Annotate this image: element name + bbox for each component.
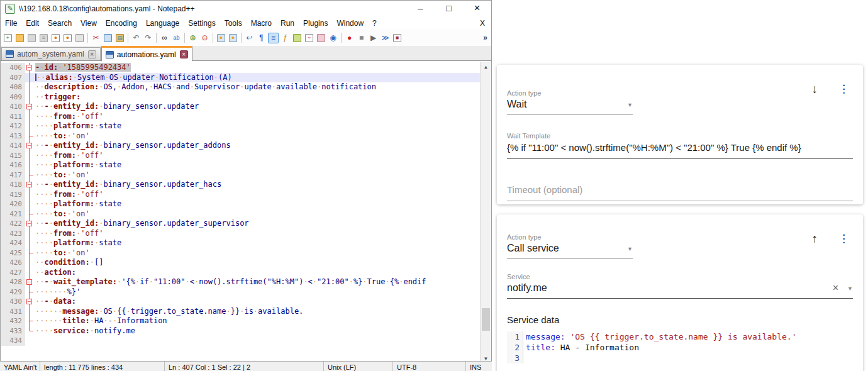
- open-file-icon[interactable]: [14, 33, 25, 43]
- menu-item-search[interactable]: Search: [43, 18, 76, 29]
- action-type-dropdown[interactable]: Call service ▼: [507, 243, 633, 259]
- clear-icon[interactable]: ×: [833, 282, 838, 294]
- code-line[interactable]: 428–··-·wait_template:·'{%·if·"11:00"·<·…: [1, 277, 480, 287]
- fold-collapse-icon[interactable]: –: [26, 279, 32, 285]
- paste-icon[interactable]: ▤: [114, 33, 125, 43]
- code-line[interactable]: 417····to:·'on': [1, 170, 480, 180]
- fold-margin[interactable]: –: [25, 219, 34, 229]
- move-up-icon[interactable]: ↑: [812, 232, 818, 246]
- move-down-icon[interactable]: ↓: [812, 82, 818, 96]
- menu-item-view[interactable]: View: [76, 18, 101, 29]
- document-map-icon[interactable]: [292, 33, 303, 43]
- maximize-button[interactable]: □: [435, 1, 463, 17]
- service-combobox[interactable]: notify.me × ▼: [507, 282, 853, 299]
- overflow-menu-icon[interactable]: ⋮: [838, 232, 849, 245]
- macro-stop-icon[interactable]: ■: [356, 33, 367, 43]
- code-line[interactable]: 429·······%}': [1, 287, 480, 297]
- copy-icon[interactable]: [103, 33, 113, 43]
- code-line[interactable]: 411····from:·'off': [1, 112, 480, 122]
- replace-icon[interactable]: ab: [171, 33, 182, 43]
- fold-collapse-icon[interactable]: –: [26, 104, 32, 109]
- fold-margin[interactable]: –: [25, 141, 34, 151]
- macro-run-multiple-icon[interactable]: ≫: [380, 33, 391, 43]
- fold-collapse-icon[interactable]: –: [26, 182, 32, 187]
- macro-record-icon[interactable]: ●: [344, 33, 355, 43]
- code-line[interactable]: 418–··-·entity_id:·binary_sensor.updater…: [1, 180, 480, 190]
- service-data-line[interactable]: 3: [507, 353, 853, 363]
- code-line[interactable]: 422–··-·entity_id:·binary_sensor.updater…: [1, 219, 480, 229]
- show-all-characters-icon[interactable]: ¶: [256, 33, 267, 43]
- code-line[interactable]: 421····to:·'on': [1, 209, 480, 219]
- tab-automations-yaml[interactable]: automations.yaml×: [101, 46, 192, 61]
- document-switcher-icon[interactable]: ~: [304, 33, 314, 43]
- code-line[interactable]: 414–··-·entity_id:·binary_sensor.updater…: [1, 141, 480, 151]
- vertical-scroll-thumb[interactable]: [482, 308, 490, 331]
- fold-margin[interactable]: –: [25, 277, 34, 287]
- code-line[interactable]: 427··action:: [1, 268, 480, 278]
- save-file-icon[interactable]: [26, 33, 37, 43]
- menu-item-[interactable]: ?: [368, 18, 381, 29]
- zoom-in-icon[interactable]: ⊕: [187, 33, 198, 43]
- code-line[interactable]: 426··condition:·[]: [1, 258, 480, 268]
- code-line[interactable]: 410–··-·entity_id:·binary_sensor.updater: [1, 102, 480, 112]
- code-line[interactable]: 409··trigger:: [1, 92, 480, 102]
- code-line[interactable]: 423····from:·'off': [1, 229, 480, 239]
- menu-item-macro[interactable]: Macro: [247, 18, 276, 29]
- code-line[interactable]: 406–-·id:·'1585995492434': [1, 63, 480, 73]
- overflow-menu-icon[interactable]: ⋮: [838, 82, 849, 96]
- macro-play-icon[interactable]: ▶: [368, 33, 379, 43]
- fold-margin[interactable]: –: [25, 102, 34, 112]
- code-line[interactable]: 431······message:·OS·{{·trigger.to_state…: [1, 307, 480, 317]
- tab-close-icon[interactable]: ×: [180, 50, 188, 58]
- chevron-down-icon[interactable]: ▼: [847, 285, 853, 294]
- cut-icon[interactable]: ✂: [91, 33, 101, 43]
- service-data-line[interactable]: 1message: 'OS {{ trigger.to_state.name }…: [507, 331, 853, 342]
- code-area[interactable]: 406–-·id:·'1585995492434'407··alias:·Sys…: [1, 62, 480, 364]
- timeout-input[interactable]: Timeout (optional): [507, 184, 853, 201]
- fold-margin[interactable]: –: [25, 63, 34, 73]
- menu-item-window[interactable]: Window: [332, 18, 368, 29]
- print-icon[interactable]: [74, 33, 85, 43]
- folder-as-workspace-icon[interactable]: [316, 33, 326, 43]
- redo-icon[interactable]: ↷: [143, 33, 153, 43]
- fold-collapse-icon[interactable]: –: [26, 221, 32, 226]
- code-line[interactable]: 425····to:·'on': [1, 248, 480, 258]
- menu-item-settings[interactable]: Settings: [184, 18, 220, 29]
- toolbar-overflow-icon[interactable]: »: [483, 33, 487, 42]
- fold-collapse-icon[interactable]: –: [26, 299, 32, 304]
- code-line[interactable]: 416····platform:·state: [1, 160, 480, 170]
- view-monitoring-icon[interactable]: ◉: [328, 33, 338, 43]
- code-line[interactable]: 430–··-·data:: [1, 297, 480, 307]
- indent-guides-icon[interactable]: ≡: [268, 33, 279, 43]
- fold-collapse-icon[interactable]: –: [26, 143, 32, 148]
- code-line[interactable]: 412····platform:·state: [1, 121, 480, 131]
- zoom-out-icon[interactable]: ⊖: [199, 33, 210, 43]
- code-line[interactable]: 419····from:·'off': [1, 190, 480, 200]
- restore-recent-position-icon[interactable]: ●: [216, 33, 226, 43]
- vertical-scrollbar[interactable]: ▲ ▼: [480, 62, 491, 364]
- save-all-icon[interactable]: ≡: [38, 33, 49, 43]
- menu-item-tools[interactable]: Tools: [220, 18, 247, 29]
- service-data-line[interactable]: 2title: HA - Information: [507, 342, 853, 353]
- code-line[interactable]: 408··description:·OS,·Addon,·HACS·and·Su…: [1, 82, 480, 92]
- word-wrap-icon[interactable]: ↩: [244, 33, 255, 43]
- code-line[interactable]: 432······title:·HA·-·Information: [1, 316, 480, 326]
- fold-margin[interactable]: –: [25, 297, 34, 307]
- undo-icon[interactable]: ↶: [131, 33, 142, 43]
- new-file-icon[interactable]: +: [3, 33, 13, 43]
- code-line[interactable]: 433····service:·notify.me: [1, 326, 480, 336]
- menu-item-run[interactable]: Run: [276, 18, 299, 29]
- find-icon[interactable]: ∞: [159, 33, 170, 43]
- code-line[interactable]: 424····platform:·state: [1, 238, 480, 248]
- close-button[interactable]: ×: [463, 1, 491, 17]
- function-list-icon[interactable]: ƒ: [280, 33, 291, 43]
- fold-collapse-icon[interactable]: –: [26, 65, 32, 70]
- menu-item-file[interactable]: File: [1, 18, 21, 29]
- minimize-button[interactable]: –: [406, 1, 435, 17]
- menu-item-edit[interactable]: Edit: [21, 18, 43, 29]
- service-data-editor[interactable]: 1message: 'OS {{ trigger.to_state.name }…: [507, 331, 853, 363]
- scroll-up-arrow[interactable]: ▲: [481, 62, 491, 72]
- close-all-icon[interactable]: ●: [62, 33, 73, 43]
- code-line[interactable]: 407··alias:·System·OS·updater·Notificati…: [1, 73, 480, 83]
- code-line[interactable]: 413····to:·'on': [1, 131, 480, 141]
